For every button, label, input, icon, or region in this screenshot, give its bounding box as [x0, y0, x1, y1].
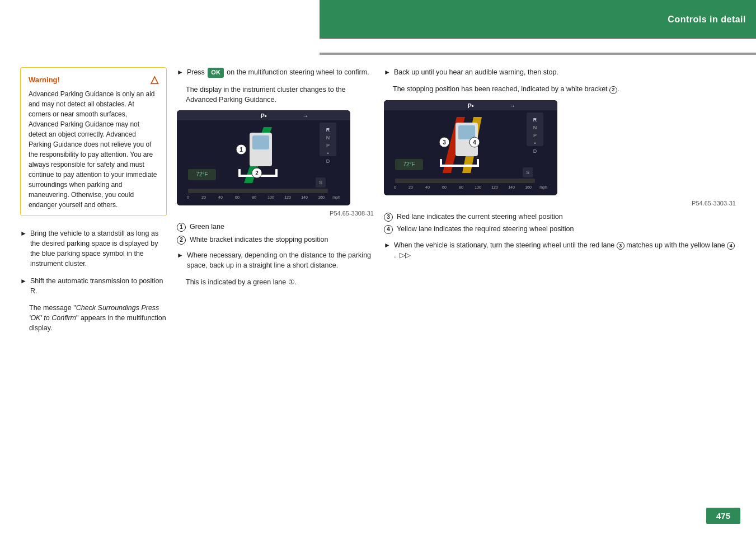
list-item: ► Shift the automatic transmission to po… [20, 276, 167, 296]
legend-num: 1 [177, 223, 186, 232]
svg-text:60: 60 [235, 195, 240, 199]
bullet-text: Press OK on the multifunction steering w… [187, 67, 369, 78]
warning-icon: △ [151, 73, 158, 86]
cluster-image-2: P• → R N P • D 72°F 0 20 40 60 80 100 [384, 100, 557, 195]
svg-text:3: 3 [443, 139, 446, 146]
svg-text:20: 20 [408, 185, 413, 189]
warning-text: Advanced Parking Guidance is only an aid… [29, 89, 158, 210]
svg-text:2: 2 [255, 170, 259, 176]
svg-text:80: 80 [459, 185, 463, 189]
svg-text:P•: P• [260, 113, 266, 119]
svg-rect-27 [275, 169, 278, 177]
bullet-arrow: ► [20, 277, 27, 286]
mid-sub-text1: The display in the instrument cluster ch… [186, 85, 374, 105]
svg-text:P•: P• [467, 102, 473, 109]
svg-text:20: 20 [201, 195, 206, 199]
svg-rect-29 [252, 135, 269, 149]
mid-column: ► Press OK on the multifunction steering… [177, 67, 384, 339]
svg-text:S: S [526, 170, 529, 175]
svg-text:72°F: 72°F [196, 171, 208, 177]
svg-text:→: → [510, 102, 516, 109]
header-subtitle: Driving systems [690, 43, 746, 51]
right-bullets2: ► When the vehicle is stationary, turn t… [384, 240, 736, 261]
legend-num: 3 [384, 213, 393, 222]
list-item: ► Back up until you hear an audible warn… [384, 67, 736, 77]
svg-rect-46 [395, 179, 535, 183]
legend-item: 1 Green lane [177, 222, 374, 232]
svg-text:•: • [534, 140, 536, 146]
list-item: ► Press OK on the multifunction steering… [177, 67, 374, 78]
bullet-arrow: ► [384, 68, 391, 77]
legend-num: 2 [177, 236, 186, 245]
svg-text:→: → [303, 113, 309, 119]
svg-text:N: N [326, 135, 330, 140]
bullet-text: Back up until you hear an audible warnin… [394, 67, 558, 77]
legend-1: 1 Green lane 2 White bracket indicates t… [177, 222, 374, 245]
svg-text:S: S [319, 180, 322, 185]
cluster1-caption: P54.65-3308-31 [177, 210, 374, 217]
svg-text:120: 120 [491, 185, 498, 189]
svg-text:N: N [533, 125, 537, 130]
header-title: Controls in detail [668, 15, 746, 25]
svg-text:0: 0 [187, 195, 189, 199]
list-item: ► When the vehicle is stationary, turn t… [384, 240, 736, 261]
right-bullets: ► Back up until you hear an audible warn… [384, 67, 736, 77]
svg-text:140: 140 [301, 195, 308, 199]
legend-text: Green lane [190, 222, 224, 232]
legend-item: 3 Red lane indicates the current steerin… [384, 212, 736, 222]
svg-text:140: 140 [508, 185, 515, 189]
svg-text:160: 160 [318, 195, 325, 199]
svg-text:1: 1 [240, 147, 243, 153]
mid-sub-text2: This is indicated by a green lane ①. [186, 277, 374, 287]
bullet-arrow: ► [177, 251, 184, 260]
header-band: Controls in detail [320, 0, 756, 39]
bullet-text: When the vehicle is stationary, turn the… [394, 240, 736, 261]
svg-text:72°F: 72°F [403, 161, 415, 167]
svg-rect-61 [477, 159, 479, 167]
list-item: ► Where necessary, depending on the dist… [177, 250, 374, 270]
svg-text:•: • [327, 151, 328, 156]
cluster2-caption: P54.65-3303-31 [384, 200, 736, 207]
legend-text: Yellow lane indicates the required steer… [397, 224, 574, 235]
svg-text:40: 40 [218, 195, 223, 199]
legend-item: 4 Yellow lane indicates the required ste… [384, 224, 736, 235]
svg-text:mph: mph [332, 195, 340, 200]
svg-text:160: 160 [525, 185, 532, 189]
left-bullets: ► Bring the vehicle to a standstill as l… [20, 228, 167, 296]
svg-text:mph: mph [539, 185, 547, 190]
subtitle-bar: Driving systems [320, 39, 756, 55]
continue-arrow: ▷▷ [400, 251, 411, 259]
svg-text:100: 100 [267, 195, 274, 199]
svg-text:120: 120 [284, 195, 291, 199]
legend-text: White bracket indicates the stopping pos… [190, 235, 328, 245]
bullet-arrow: ► [384, 241, 391, 250]
bullet-arrow: ► [20, 229, 27, 238]
right-column: ► Back up until you hear an audible warn… [384, 67, 736, 339]
svg-text:0: 0 [394, 185, 396, 189]
svg-text:R: R [326, 127, 330, 133]
bullet-text: Shift the automatic transmission to posi… [30, 276, 167, 296]
svg-text:60: 60 [442, 185, 447, 189]
ok-button-label: OK [208, 68, 224, 78]
cluster-image-1: P• → R N P • D 72°F 0 20 40 60 8 [177, 110, 350, 205]
svg-text:P: P [326, 143, 330, 148]
legend-text: Red lane indicates the current steering … [397, 212, 563, 222]
svg-text:D: D [533, 148, 537, 154]
svg-text:100: 100 [475, 185, 481, 189]
bullet-text: Where necessary, depending on the distan… [187, 250, 374, 270]
right-sub-text: The stopping position has been reached, … [393, 84, 736, 94]
main-content: Warning! △ Advanced Parking Guidance is … [0, 56, 756, 361]
svg-rect-26 [238, 169, 241, 177]
left-sub-text: The message "Check Surroundings Press 'O… [29, 303, 167, 333]
page-number: 475 [706, 508, 740, 524]
legend-2: 3 Red lane indicates the current steerin… [384, 212, 736, 235]
warning-title-text: Warning! [29, 76, 60, 84]
legend-item: 2 White bracket indicates the stopping p… [177, 235, 374, 245]
circle-num-4: 4 [727, 242, 735, 250]
svg-text:P: P [533, 133, 537, 138]
svg-rect-60 [440, 159, 442, 167]
svg-text:R: R [533, 117, 537, 123]
svg-text:80: 80 [252, 195, 256, 199]
svg-rect-59 [440, 165, 479, 167]
bullet-arrow: ► [177, 68, 184, 77]
